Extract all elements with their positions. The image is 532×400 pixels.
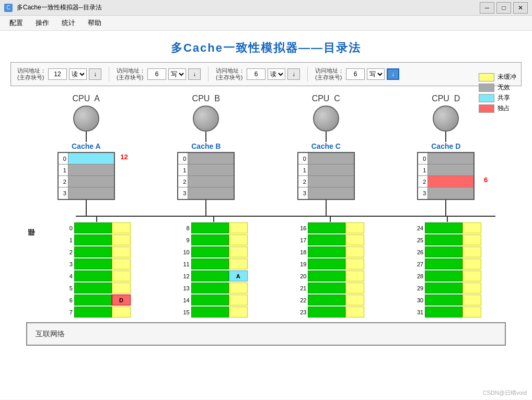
app-icon: C xyxy=(4,4,13,12)
mem-row-8: 8 xyxy=(180,222,248,234)
minimize-button[interactable]: ─ xyxy=(480,2,494,14)
network-label: 互联网络 xyxy=(36,330,65,339)
address-input-2[interactable] xyxy=(147,68,166,80)
control-group-2: 访问地址：(主存块号) 写读 ↓ xyxy=(117,67,201,81)
mem-cell-green-23 xyxy=(308,307,345,317)
cache-b-row-0: 0 xyxy=(178,153,234,164)
execute-btn-4[interactable]: ↓ xyxy=(387,68,399,80)
cache-d-row-0: 0 xyxy=(418,153,473,164)
cpu-d-unit: CPU D Cache D 0 1 xyxy=(394,94,498,216)
mem-cell-yellow-5 xyxy=(112,283,131,293)
cpu-b-unit: CPU B Cache B 0 1 xyxy=(154,94,258,216)
cache-d-cell-0 xyxy=(427,153,473,164)
mem-cell-green-7 xyxy=(74,307,112,317)
mem-row-31: 31 xyxy=(413,306,481,318)
mem-cell-yellow-16 xyxy=(345,222,364,233)
mem-cell-yellow-30 xyxy=(462,295,481,305)
execute-btn-3[interactable]: ↓ xyxy=(287,68,300,80)
control-group-1: 访问地址：(主存块号) 读写 ↓ xyxy=(17,67,101,81)
mem-col-b-rows: 8 9 10 xyxy=(180,222,248,318)
mem-row-17: 17 xyxy=(296,234,364,246)
mem-cell-green-19 xyxy=(308,258,345,269)
cache-d-label: Cache D xyxy=(431,142,460,150)
mem-cell-cyan-12: A xyxy=(229,270,248,281)
menu-item-操作[interactable]: 操作 xyxy=(30,17,54,29)
mem-cell-green-8 xyxy=(191,222,229,233)
mode-select-3[interactable]: 读写 xyxy=(268,68,285,80)
mem-cell-yellow-13 xyxy=(229,283,248,293)
controls-row: 访问地址：(主存块号) 读写 ↓ 访问地址：(主存块号) 写读 ↓ 访问地址：(… xyxy=(10,62,522,86)
mem-row-20: 20 xyxy=(296,270,364,282)
mem-cell-6-label: D xyxy=(119,297,123,303)
mem-cell-yellow-17 xyxy=(345,234,364,245)
cpu-d-circle xyxy=(433,105,459,132)
address-input-3[interactable] xyxy=(247,68,265,80)
title-bar: C 多Cache一致性模拟器--目录法 ─ □ ✕ xyxy=(0,0,532,16)
close-button[interactable]: ✕ xyxy=(513,2,528,14)
mem-col-a: 0 1 2 xyxy=(38,217,155,318)
mem-cell-green-5 xyxy=(74,283,112,293)
maximize-button[interactable]: □ xyxy=(496,2,511,14)
mem-cell-green-2 xyxy=(74,246,112,257)
mem-cell-green-12 xyxy=(191,270,229,281)
execute-btn-2[interactable]: ↓ xyxy=(188,68,201,80)
mem-cell-yellow-14 xyxy=(229,295,248,305)
mode-select-2[interactable]: 写读 xyxy=(168,68,186,80)
mem-cell-green-29 xyxy=(425,283,462,293)
menu-item-统计[interactable]: 统计 xyxy=(56,17,80,29)
cache-b-cell-0 xyxy=(188,153,234,164)
mem-cell-yellow-28 xyxy=(462,270,481,281)
cache-b-row-3: 3 xyxy=(178,187,234,199)
simulation-area: CPU A Cache A 0 1 xyxy=(10,94,522,346)
mem-cell-green-15 xyxy=(191,307,229,317)
mem-cell-yellow-7 xyxy=(112,307,131,317)
mem-col-a-rows: 0 1 2 xyxy=(63,222,131,318)
mem-col-c-wire xyxy=(330,217,331,222)
control-label-4: 访问地址：(主存块号) xyxy=(315,67,344,81)
control-label-2: 访问地址：(主存块号) xyxy=(117,67,145,81)
mem-cell-green-22 xyxy=(308,295,345,305)
watermark: CSDN@日晴void xyxy=(482,389,527,397)
mem-col-d: 24 25 26 xyxy=(389,217,506,318)
mem-cell-yellow-10 xyxy=(229,246,248,257)
mode-select-1[interactable]: 读写 xyxy=(69,68,87,80)
cache-c-label: Cache C xyxy=(311,142,341,150)
mem-col-b-wire xyxy=(213,217,214,222)
cache-c-wire-down xyxy=(326,200,327,216)
cache-c-row-3: 3 xyxy=(298,187,354,199)
sep-3 xyxy=(307,67,308,81)
mem-col-d-rows: 24 25 26 xyxy=(413,222,481,318)
mem-row-21: 21 xyxy=(296,282,364,294)
mem-cell-yellow-21 xyxy=(345,283,364,293)
mem-cell-yellow-24 xyxy=(462,222,481,233)
mem-col-a-wire xyxy=(96,217,97,222)
address-input-1[interactable] xyxy=(48,68,67,80)
mem-cell-yellow-3 xyxy=(112,258,131,269)
mode-select-4[interactable]: 写读 xyxy=(367,68,385,80)
cpu-a-unit: CPU A Cache A 0 1 xyxy=(34,94,138,216)
cache-d-row-3: 3 xyxy=(418,187,473,199)
menu-item-配置[interactable]: 配置 xyxy=(4,17,28,29)
mem-row-9: 9 xyxy=(180,234,248,246)
mem-row-23: 23 xyxy=(296,306,364,318)
cache-a-cell-1 xyxy=(68,164,114,175)
execute-btn-1[interactable]: ↓ xyxy=(89,68,101,80)
bus-line xyxy=(76,216,495,217)
cpu-c-label: CPU C xyxy=(312,94,340,103)
mem-cell-yellow-29 xyxy=(462,283,481,293)
page-title: 多Cache一致性模拟器——目录法 xyxy=(10,40,522,56)
cache-a-row-1: 1 xyxy=(59,164,114,176)
mem-row-0: 0 xyxy=(63,222,131,234)
mem-cell-green-28 xyxy=(425,270,462,281)
menu-item-帮助[interactable]: 帮助 xyxy=(83,17,107,29)
mem-cell-green-26 xyxy=(425,246,462,257)
mem-cell-green-9 xyxy=(191,234,229,245)
address-input-4[interactable] xyxy=(346,68,365,80)
mem-row-6: 6 D xyxy=(63,294,131,306)
mem-cell-yellow-11 xyxy=(229,258,248,269)
mem-cell-12-label: A xyxy=(236,273,240,279)
mem-cell-yellow-9 xyxy=(229,234,248,245)
legend-unbuffered-box xyxy=(479,73,494,81)
cpu-a-label: CPU A xyxy=(73,94,100,103)
mem-cell-green-24 xyxy=(425,222,462,233)
